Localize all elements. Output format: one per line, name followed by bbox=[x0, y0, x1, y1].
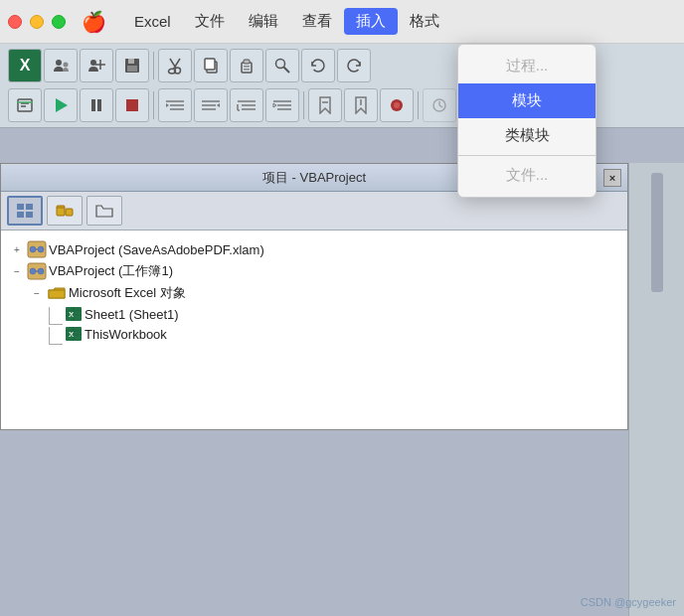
tree-label-excel-obj: Microsoft Excel 对象 bbox=[69, 284, 186, 302]
minimize-button[interactable] bbox=[30, 15, 44, 29]
svg-rect-54 bbox=[17, 212, 24, 218]
tree-item-thisworkbook[interactable]: X ThisWorkbook bbox=[9, 324, 619, 344]
menu-format[interactable]: 格式 bbox=[398, 8, 451, 35]
svg-marker-26 bbox=[166, 103, 169, 107]
svg-rect-12 bbox=[244, 66, 250, 68]
tb-separator-3 bbox=[303, 91, 304, 119]
tb-btn-paste[interactable] bbox=[230, 49, 263, 82]
tb-btn-save[interactable] bbox=[115, 49, 149, 82]
menu-excel[interactable]: Excel bbox=[122, 9, 183, 34]
menu-edit[interactable]: 编辑 bbox=[237, 8, 290, 35]
tree-label-thisworkbook: ThisWorkbook bbox=[85, 327, 167, 342]
dropdown-item-file[interactable]: 文件... bbox=[458, 158, 596, 193]
tb-btn-undo[interactable] bbox=[301, 49, 335, 82]
tb-btn-copy[interactable] bbox=[194, 49, 228, 82]
watermark: CSDN @gcygeeker bbox=[581, 596, 676, 608]
svg-rect-21 bbox=[97, 99, 101, 111]
dropdown-separator bbox=[458, 155, 596, 156]
tree-label-sheet1: Sheet1 (Sheet1) bbox=[85, 307, 179, 322]
tree-item-vba2[interactable]: − VBAProject (工作簿1) bbox=[9, 260, 619, 282]
tree-toggle-vba1[interactable]: + bbox=[9, 241, 25, 257]
svg-marker-39 bbox=[273, 103, 276, 107]
svg-rect-66 bbox=[49, 290, 65, 298]
tb-btn-config[interactable] bbox=[44, 49, 78, 82]
tb-btn-bookmark2[interactable] bbox=[344, 88, 378, 122]
svg-point-60 bbox=[38, 246, 44, 252]
maximize-button[interactable] bbox=[52, 15, 66, 29]
svg-marker-30 bbox=[217, 103, 220, 107]
svg-rect-13 bbox=[244, 69, 250, 71]
tree-toggle-excel-obj[interactable]: − bbox=[29, 285, 45, 301]
svg-rect-11 bbox=[244, 60, 250, 64]
menu-insert[interactable]: 插入 bbox=[344, 8, 398, 35]
tree-label-vba2: VBAProject (工作簿1) bbox=[49, 262, 173, 280]
svg-rect-20 bbox=[91, 99, 95, 111]
dropdown-item-module[interactable]: 模块 bbox=[458, 83, 596, 118]
tb-btn-indent2[interactable] bbox=[194, 88, 228, 122]
svg-point-14 bbox=[276, 60, 285, 69]
tb-btn-outdent1[interactable] bbox=[230, 88, 263, 122]
svg-point-1 bbox=[64, 63, 69, 68]
tb-btn-pause[interactable] bbox=[80, 88, 113, 122]
svg-line-15 bbox=[284, 68, 290, 74]
svg-rect-16 bbox=[18, 99, 32, 111]
tb-btn-outdent2[interactable] bbox=[265, 88, 299, 122]
dropdown-item-procedure[interactable]: 过程... bbox=[458, 49, 596, 83]
svg-rect-9 bbox=[205, 59, 215, 70]
project-close-btn[interactable]: × bbox=[603, 169, 621, 187]
tb-btn-indent1[interactable] bbox=[158, 88, 192, 122]
svg-rect-52 bbox=[17, 204, 24, 210]
svg-rect-57 bbox=[66, 209, 73, 216]
tb-separator-4 bbox=[418, 91, 419, 119]
tree-item-sheet1[interactable]: X Sheet1 (Sheet1) bbox=[9, 304, 619, 324]
project-window: 项目 - VBAProject × + bbox=[0, 163, 628, 430]
tb-btn-run[interactable] bbox=[44, 88, 78, 122]
menu-file[interactable]: 文件 bbox=[183, 8, 237, 35]
tree-item-excel-obj[interactable]: − Microsoft Excel 对象 bbox=[9, 282, 619, 304]
tree-label-vba1: VBAProject (SaveAsAdobePDF.xlam) bbox=[49, 242, 264, 257]
svg-line-48 bbox=[439, 105, 442, 107]
apple-icon[interactable]: 🍎 bbox=[82, 10, 106, 34]
svg-rect-53 bbox=[26, 204, 33, 210]
menu-bar: 🍎 Excel 文件 编辑 查看 插入 格式 bbox=[0, 0, 684, 44]
svg-rect-6 bbox=[128, 59, 134, 64]
dropdown-item-class-module[interactable]: 类模块 bbox=[458, 118, 596, 153]
svg-point-63 bbox=[30, 268, 36, 274]
tb-btn-bp[interactable] bbox=[380, 88, 414, 122]
tree-toggle-vba2[interactable]: − bbox=[9, 263, 25, 279]
tree-item-vba1[interactable]: + VBAProject (SaveAsAdobePDF.xlam) bbox=[9, 238, 619, 260]
traffic-lights bbox=[8, 15, 66, 29]
svg-point-64 bbox=[38, 268, 44, 274]
svg-marker-19 bbox=[56, 98, 68, 112]
tb-btn-stop[interactable] bbox=[115, 88, 149, 122]
svg-marker-40 bbox=[320, 97, 330, 113]
tb-btn-redo[interactable] bbox=[337, 49, 371, 82]
menu-view[interactable]: 查看 bbox=[290, 8, 344, 35]
tb-btn-watch[interactable] bbox=[423, 88, 456, 122]
svg-point-45 bbox=[394, 102, 400, 108]
tb-btn-cut[interactable] bbox=[158, 49, 192, 82]
proj-tb-toggle-folders[interactable] bbox=[47, 196, 83, 226]
tb-separator-2 bbox=[153, 91, 154, 119]
tb-btn-bookmark[interactable] bbox=[308, 88, 342, 122]
tb-btn-people2[interactable] bbox=[80, 49, 113, 82]
close-button[interactable] bbox=[8, 15, 22, 29]
svg-rect-22 bbox=[126, 99, 138, 111]
tb-btn-search[interactable] bbox=[265, 49, 299, 82]
right-panel bbox=[628, 163, 684, 616]
proj-tb-new-folder[interactable] bbox=[86, 196, 122, 226]
excel-logo-btn[interactable]: X bbox=[8, 49, 42, 82]
project-title: 项目 - VBAProject bbox=[262, 169, 366, 187]
insert-dropdown-menu: 过程... 模块 类模块 文件... bbox=[457, 44, 597, 198]
svg-rect-7 bbox=[127, 66, 137, 72]
tb-btn-debug-toggle[interactable] bbox=[8, 88, 42, 122]
svg-point-59 bbox=[30, 246, 36, 252]
project-tree: + VBAProject (SaveAsAdobePDF.xlam) − bbox=[1, 231, 627, 429]
proj-tb-view-objects[interactable] bbox=[7, 196, 43, 226]
svg-point-0 bbox=[56, 60, 62, 66]
svg-rect-55 bbox=[26, 212, 33, 218]
tb-separator-1 bbox=[153, 52, 154, 79]
